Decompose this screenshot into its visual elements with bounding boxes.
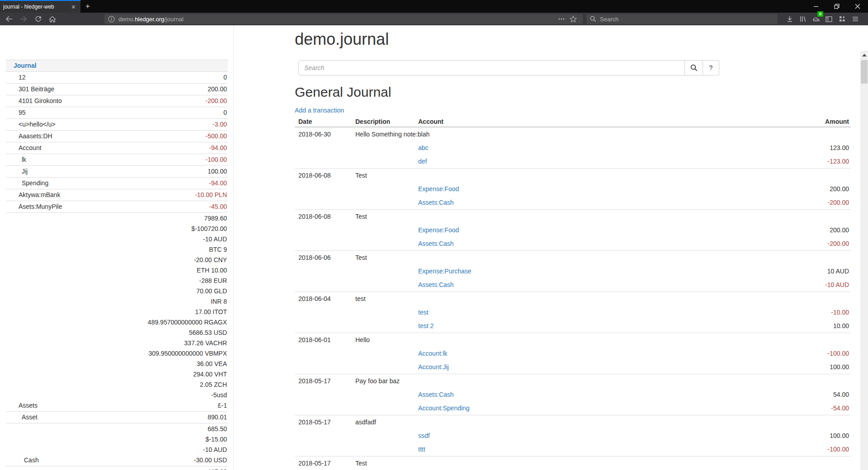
posting-amount: 100.00: [769, 360, 851, 374]
posting-account-link[interactable]: def: [418, 158, 427, 165]
browser-search-placeholder: Search: [600, 16, 618, 23]
search-help-button[interactable]: ?: [703, 60, 719, 75]
sidebar-journal-row: Journal: [6, 60, 228, 72]
new-tab-button[interactable]: +: [80, 0, 95, 13]
sidebar-account-row: Spending-94.00: [6, 178, 228, 189]
posting-account-link[interactable]: test: [418, 309, 429, 316]
add-transaction-link[interactable]: Add a transaction: [295, 107, 344, 114]
balance-amount: BTC 9: [117, 244, 227, 255]
posting-row: Account:Spending-54.00: [295, 401, 851, 415]
sidebar-account-link[interactable]: 4101 Girokonto: [19, 97, 62, 104]
url-bar[interactable]: demo.hledger.org/journal: [104, 14, 583, 24]
transaction-block: 2018-06-04testtest-10.00test 210.00: [295, 292, 851, 333]
minimize-button[interactable]: [806, 0, 826, 13]
sidebar-account-row: 4101 Girokonto-200.00: [6, 95, 228, 107]
transaction-date: 2018-06-06: [295, 251, 352, 265]
sidebar-account-balance: -94.00: [117, 142, 228, 154]
extension-icon[interactable]: 0: [809, 13, 822, 25]
bookmark-star-icon[interactable]: [567, 14, 579, 24]
transaction-block: 2018-06-30Hello Something note:blahabc12…: [295, 127, 851, 169]
sidebar-account-link[interactable]: Asset: [22, 414, 38, 421]
posting-account-link[interactable]: Expense:Food: [418, 185, 459, 193]
transaction-block: 2018-06-01HelloAccount:lk-100.00Account:…: [295, 333, 851, 374]
sidebar-account-link[interactable]: Assets: [19, 402, 38, 409]
balance-amount: -45.00: [117, 202, 227, 212]
page-actions-icon[interactable]: [556, 14, 567, 24]
transaction-title-row[interactable]: 2018-05-17asdfadf: [295, 415, 851, 429]
posting-account-link[interactable]: Assets:Cash: [418, 199, 454, 206]
posting-account-link[interactable]: test 2: [418, 322, 434, 329]
sidebar-account-row: 120: [6, 72, 228, 84]
forward-button[interactable]: [16, 13, 31, 25]
posting-account-link[interactable]: Account:Jij: [418, 363, 449, 371]
sidebar-account-link[interactable]: 301 Beiträge: [19, 85, 54, 93]
library-icon[interactable]: [796, 13, 809, 25]
transaction-block: 2018-06-08TestExpense:Food200.00Assets:C…: [295, 210, 851, 251]
posting-account-link[interactable]: Assets:Cash: [418, 240, 454, 247]
back-button[interactable]: [2, 13, 16, 25]
menu-hamburger-icon[interactable]: [849, 13, 862, 25]
sidebar-account-link[interactable]: Account: [19, 144, 42, 151]
transaction-date: 2018-05-17: [295, 374, 352, 388]
page-content: Journal120301 Beiträge200.004101 Girokon…: [0, 25, 868, 470]
posting-account-link[interactable]: ssdf: [418, 432, 430, 439]
posting-account-link[interactable]: abc: [418, 144, 429, 151]
sidebar-account-balance: -94.00: [117, 178, 228, 189]
overflow-grid-icon[interactable]: [835, 13, 849, 25]
posting-account-link[interactable]: tttt: [418, 446, 425, 453]
col-date: Date: [295, 117, 352, 127]
browser-tab[interactable]: journal - hledger-web ✕: [0, 0, 80, 13]
posting-row: Assets:Cash-10 AUD: [295, 278, 851, 292]
journal-search-button[interactable]: [685, 60, 703, 75]
scrollbar-thumb[interactable]: [861, 60, 868, 84]
browser-search-bar[interactable]: Search: [586, 14, 778, 24]
transaction-title-row[interactable]: 2018-06-06Test: [295, 251, 851, 265]
posting-row: Account:lk-100.00: [295, 347, 851, 360]
sidebar-account-link[interactable]: 95: [19, 109, 26, 116]
sidebar-account-row: Aktywa:mBank-10.00 PLN: [6, 189, 228, 201]
posting-row: test-10.00: [295, 306, 851, 319]
tab-close-icon[interactable]: ✕: [70, 4, 77, 10]
posting-account-link[interactable]: Account:Spending: [418, 404, 470, 412]
sidebar-account-link[interactable]: Asets:MunyPile: [19, 203, 62, 210]
transaction-title-row[interactable]: 2018-06-30Hello Something note:blah: [295, 127, 851, 141]
sidebar-account-row: Assets7989.60$-100720.00-10 AUDBTC 9-20.…: [6, 213, 228, 412]
posting-account-link[interactable]: Expense:Food: [418, 226, 459, 234]
page-scrollbar[interactable]: [860, 51, 868, 470]
sidebar-account-link[interactable]: Spending: [22, 179, 48, 187]
home-button[interactable]: [45, 13, 60, 25]
transaction-title-row[interactable]: 2018-05-17Pay foo bar baz: [295, 374, 851, 388]
posting-amount: 10 AUD: [769, 264, 851, 278]
sidebar-account-link[interactable]: 12: [19, 74, 26, 81]
posting-account-link[interactable]: Assets:Cash: [418, 281, 454, 288]
posting-account-link[interactable]: Expense:Purchase: [418, 268, 472, 275]
sidebars-icon[interactable]: [822, 13, 835, 25]
sidebar-account-link[interactable]: Aktywa:mBank: [19, 191, 61, 198]
downloads-icon[interactable]: [783, 13, 796, 25]
sidebar-account-link[interactable]: Aaasets:DH: [19, 132, 52, 140]
posting-account-link[interactable]: Account:lk: [418, 350, 448, 357]
scroll-up-icon[interactable]: [862, 54, 867, 56]
posting-account-link[interactable]: Assets:Cash: [418, 391, 454, 398]
journal-nav-link[interactable]: Journal: [14, 62, 37, 69]
transaction-title-row[interactable]: 2018-05-17Test: [295, 456, 851, 470]
transaction-description: Test: [352, 169, 851, 183]
transaction-title-row[interactable]: 2018-06-01Hello: [295, 333, 851, 347]
balance-amount: -5usd: [117, 390, 227, 400]
sidebar-scrollbar[interactable]: [233, 25, 234, 470]
sidebar-account-link[interactable]: Cash: [24, 456, 39, 464]
reload-button[interactable]: [31, 13, 45, 25]
restore-button[interactable]: [826, 0, 847, 13]
transaction-title-row[interactable]: 2018-06-08Test: [295, 169, 851, 183]
sidebar-account-link[interactable]: lk: [22, 156, 26, 163]
site-info-icon[interactable]: [108, 16, 115, 23]
transaction-title-row[interactable]: 2018-06-08Test: [295, 210, 851, 224]
close-window-button[interactable]: [847, 0, 868, 13]
journal-search-input[interactable]: [298, 60, 685, 75]
sidebar-account-link[interactable]: <u>hello</u>: [19, 121, 56, 128]
sidebar-account-balance: -10.00 PLN: [117, 189, 228, 201]
sidebar-account-link[interactable]: Jij: [22, 168, 28, 175]
sidebar-account-balance: -500.00: [117, 131, 228, 142]
posting-amount: 200.00: [769, 182, 851, 196]
transaction-title-row[interactable]: 2018-06-04test: [295, 292, 851, 306]
